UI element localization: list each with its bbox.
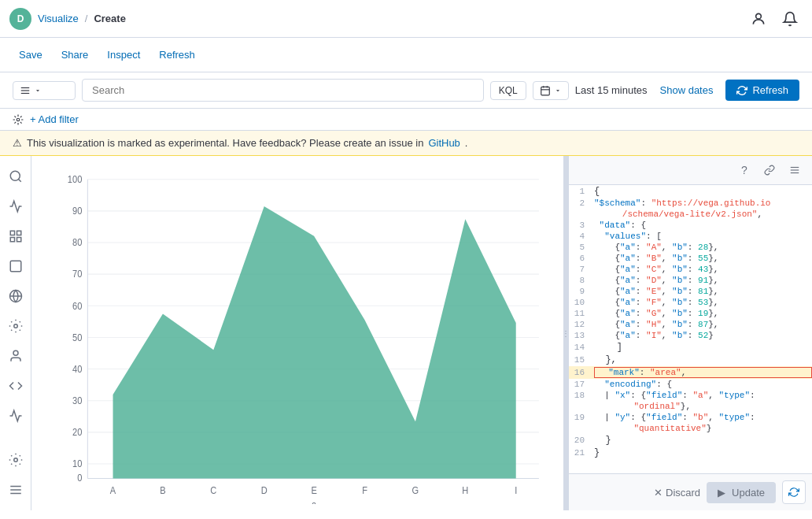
user-menu-icon[interactable]	[746, 6, 771, 32]
code-line-1: 1 {	[569, 185, 812, 198]
breadcrumb: Visualize / Create	[38, 13, 126, 24]
code-line-17: 17 "encoding": {	[569, 379, 812, 390]
code-line-19b: "quantitative"}	[569, 423, 812, 434]
time-range-selector[interactable]	[533, 81, 569, 100]
code-line-11: 11 {"a": "G", "b": 19},	[569, 308, 812, 319]
chart-area: 0 10 20 30 40 50 60 70 80 90 100 A B C D…	[31, 156, 563, 510]
editor-help-button[interactable]: ?	[733, 159, 755, 181]
svg-text:D: D	[261, 486, 268, 495]
notifications-icon[interactable]	[777, 6, 803, 32]
sidebar-icon-security[interactable]	[2, 342, 30, 370]
discard-x-icon: ✕	[654, 487, 663, 499]
banner-period: .	[465, 137, 468, 149]
chart-svg: 0 10 20 30 40 50 60 70 80 90 100 A B C D…	[44, 162, 551, 504]
breadcrumb-separator: /	[85, 13, 88, 24]
code-line-4: 4 "values": [	[569, 231, 812, 242]
editor-expand-button[interactable]	[784, 159, 806, 181]
code-line-18: 18 | "x": {"field": "a", "type":	[569, 390, 812, 401]
code-line-12: 12 {"a": "H", "b": 87},	[569, 319, 812, 330]
query-bar: KQL Last 15 minutes Show dates Refresh	[0, 72, 812, 109]
sidebar-icon-canvas[interactable]	[2, 252, 30, 280]
top-navigation: D Visualize / Create	[0, 0, 812, 38]
sidebar-icon-devtools[interactable]	[2, 372, 30, 400]
code-line-16: 16 "mark": "area",	[569, 366, 812, 379]
svg-point-0	[756, 13, 762, 19]
editor-footer: ✕ Discard ▶ Update	[569, 473, 812, 510]
editor-panel: ? 1 { 2 "$schema": "https://vega.github.…	[568, 156, 812, 510]
code-line-20: 20 }	[569, 434, 812, 447]
code-line-21: 21 }	[569, 447, 812, 459]
code-editor[interactable]: 1 { 2 "$schema": "https://vega.github.io…	[569, 185, 812, 473]
warning-icon: ⚠	[13, 137, 22, 149]
svg-text:10: 10	[72, 459, 82, 469]
update-label: Update	[732, 487, 765, 499]
filter-bar: + Add filter	[0, 109, 812, 131]
refresh-button-label: Refresh	[752, 84, 788, 96]
show-dates-button[interactable]: Show dates	[654, 81, 720, 99]
svg-point-9	[10, 171, 20, 180]
banner-message: This visualization is marked as experime…	[27, 137, 423, 149]
code-line-2: 2 "$schema": "https://vega.github.io	[569, 198, 812, 209]
sidebar-icon-visualize[interactable]	[2, 192, 30, 221]
svg-text:F: F	[362, 486, 367, 495]
breadcrumb-parent[interactable]: Visualize	[38, 13, 79, 24]
svg-text:80: 80	[72, 238, 82, 247]
svg-point-18	[13, 324, 17, 328]
svg-text:E: E	[311, 486, 317, 495]
github-link[interactable]: GitHub	[428, 137, 460, 149]
experimental-banner: ⚠ This visualization is marked as experi…	[0, 131, 812, 156]
filter-options-button[interactable]	[13, 114, 24, 125]
code-line-9: 9 {"a": "E", "b": 81},	[569, 286, 812, 297]
add-filter-label: + Add filter	[30, 113, 79, 125]
sidebar-icon-maps[interactable]	[2, 282, 30, 310]
discard-button[interactable]: ✕ Discard	[654, 487, 700, 499]
refresh-button[interactable]: Refresh	[725, 80, 799, 101]
editor-toolbar: ?	[569, 156, 812, 185]
svg-text:70: 70	[72, 269, 82, 279]
toolbar-refresh-button[interactable]: Refresh	[153, 46, 201, 64]
svg-point-8	[17, 118, 20, 121]
svg-text:G: G	[412, 486, 419, 495]
svg-text:0: 0	[77, 473, 82, 482]
svg-text:A: A	[110, 486, 116, 495]
svg-text:I: I	[515, 486, 517, 495]
save-button[interactable]: Save	[13, 46, 49, 64]
update-button[interactable]: ▶ Update	[707, 482, 776, 503]
sidebar-icon-ml[interactable]	[2, 312, 30, 340]
add-filter-button[interactable]: + Add filter	[30, 113, 79, 125]
svg-text:B: B	[160, 486, 166, 495]
svg-text:a: a	[312, 500, 317, 504]
index-selector[interactable]	[13, 81, 76, 100]
svg-rect-4	[541, 87, 550, 95]
share-button[interactable]: Share	[55, 46, 95, 64]
time-range-label: Last 15 minutes	[575, 84, 648, 96]
svg-text:100: 100	[68, 175, 82, 184]
update-options-button[interactable]	[782, 480, 806, 504]
svg-text:30: 30	[72, 396, 82, 406]
svg-point-19	[13, 350, 18, 355]
svg-text:60: 60	[72, 301, 82, 310]
inspect-button[interactable]: Inspect	[101, 46, 146, 64]
svg-text:20: 20	[72, 428, 82, 437]
code-line-2b: /schema/vega-lite/v2.json",	[569, 209, 812, 220]
sidebar-icon-discover[interactable]	[2, 162, 30, 191]
user-avatar[interactable]: D	[9, 8, 31, 30]
sidebar-icon-more[interactable]	[2, 476, 30, 504]
code-line-10: 10 {"a": "F", "b": 53},	[569, 297, 812, 308]
svg-text:40: 40	[72, 365, 82, 374]
editor-link-button[interactable]	[758, 159, 781, 181]
left-sidebar	[0, 156, 31, 510]
svg-text:50: 50	[72, 332, 82, 342]
code-line-6: 6 {"a": "B", "b": 55},	[569, 253, 812, 264]
kql-button[interactable]: KQL	[490, 81, 526, 100]
code-line-8: 8 {"a": "D", "b": 91},	[569, 275, 812, 286]
search-input[interactable]	[82, 79, 484, 102]
sidebar-icon-monitoring[interactable]	[2, 402, 30, 430]
svg-rect-11	[10, 231, 14, 235]
sidebar-icon-dashboard[interactable]	[2, 222, 30, 250]
sidebar-icon-management[interactable]	[2, 446, 30, 474]
svg-text:C: C	[210, 486, 216, 495]
svg-line-10	[18, 179, 20, 181]
code-line-18b: "ordinal"},	[569, 401, 812, 412]
toolbar: Save Share Inspect Refresh	[0, 38, 812, 72]
